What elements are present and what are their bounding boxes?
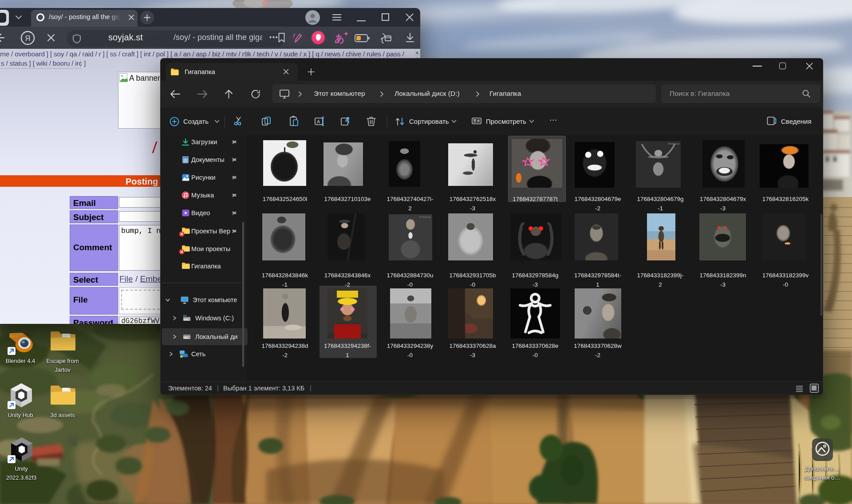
svg-text:Я: Я [25,34,30,43]
svg-text:A: A [317,119,320,124]
